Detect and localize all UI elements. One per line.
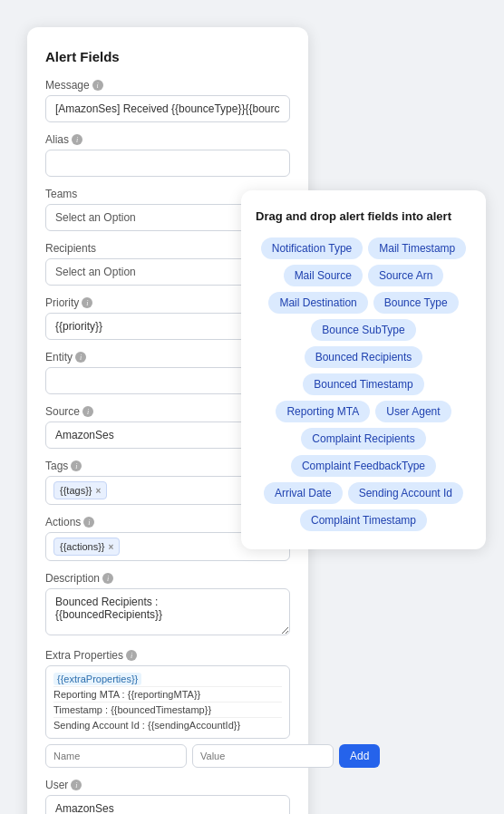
description-info-icon: i <box>102 573 113 584</box>
extra-props-container: {{extraProperties}} Reporting MTA : {{re… <box>45 665 290 739</box>
field-tag-complaint-timestamp[interactable]: Complaint Timestamp <box>300 509 427 531</box>
priority-info-icon: i <box>82 297 92 308</box>
field-tag-arrival-date[interactable]: Arrival Date <box>264 482 343 504</box>
field-tag-bounced-timestamp[interactable]: Bounced Timestamp <box>303 373 423 395</box>
field-tag-bounce-type[interactable]: Bounce Type <box>373 292 459 314</box>
message-input[interactable] <box>45 95 290 122</box>
actions-info-icon: i <box>83 517 94 528</box>
alias-input[interactable] <box>45 150 290 177</box>
message-label: Message i <box>45 79 290 92</box>
alias-group: Alias i <box>45 133 290 177</box>
value-input[interactable] <box>192 744 334 768</box>
alias-info-icon: i <box>72 134 82 145</box>
user-info-icon: i <box>71 780 82 790</box>
drag-drop-card: Drag and drop alert fields into alert No… <box>241 190 486 549</box>
user-group: User i <box>45 779 290 814</box>
source-info-icon: i <box>82 406 93 417</box>
field-tag-mail-source[interactable]: Mail Source <box>284 265 363 286</box>
extra-props-label: Extra Properties i <box>45 649 290 662</box>
user-label: User i <box>45 779 290 791</box>
field-tags-grid: Notification TypeMail TimestampMail Sour… <box>256 237 471 531</box>
extra-prop-timestamp: Timestamp : {{bouncedTimestamp}} <box>53 703 282 718</box>
tag-actions: {{actions}} × <box>53 538 120 556</box>
field-tag-mail-timestamp[interactable]: Mail Timestamp <box>368 237 466 259</box>
name-input[interactable] <box>45 744 187 768</box>
message-info-icon: i <box>92 80 103 91</box>
field-tag-notification-type[interactable]: Notification Type <box>261 237 363 259</box>
entity-info-icon: i <box>75 352 86 363</box>
field-tag-mail-destination[interactable]: Mail Destination <box>268 292 367 314</box>
description-group: Description i Bounced Recipients : {{bou… <box>45 572 290 638</box>
alias-label: Alias i <box>45 133 290 146</box>
user-input[interactable] <box>45 795 290 814</box>
field-tag-complaint-recipients[interactable]: Complaint Recipients <box>301 428 425 450</box>
field-tag-source-arn[interactable]: Source Arn <box>368 265 443 286</box>
name-value-row: Add <box>45 744 290 768</box>
tags-info-icon: i <box>71 460 82 471</box>
extra-prop-highlight-item: {{extraProperties}} <box>53 672 282 687</box>
field-tag-user-agent[interactable]: User Agent <box>375 401 451 422</box>
description-label: Description i <box>45 572 290 585</box>
tag-tags-close[interactable]: × <box>96 486 102 496</box>
field-tag-complaint-feedbacktype[interactable]: Complaint FeedbackType <box>291 455 436 477</box>
description-textarea[interactable]: Bounced Recipients : {{bouncedRecipients… <box>45 588 290 635</box>
add-button[interactable]: Add <box>339 744 380 768</box>
dropdown-title: Drag and drop alert fields into alert <box>256 208 471 225</box>
field-tag-sending-account-id[interactable]: Sending Account Id <box>348 482 463 504</box>
field-tag-bounce-subtype[interactable]: Bounce SubType <box>311 319 415 341</box>
field-tag-reporting-mta[interactable]: Reporting MTA <box>276 401 370 422</box>
tag-tags: {{tags}} × <box>53 481 107 499</box>
extra-props-group: Extra Properties i {{extraProperties}} R… <box>45 649 290 768</box>
extra-prop-reporting-mta: Reporting MTA : {{reportingMTA}} <box>53 687 282 703</box>
extra-prop-sending-account: Sending Account Id : {{sendingAccountId}… <box>53 718 282 732</box>
card-title: Alert Fields <box>45 49 290 64</box>
message-group: Message i <box>45 79 290 122</box>
tag-actions-close[interactable]: × <box>109 542 114 552</box>
field-tag-bounced-recipients[interactable]: Bounced Recipients <box>305 346 423 368</box>
extra-props-info-icon: i <box>126 650 137 661</box>
